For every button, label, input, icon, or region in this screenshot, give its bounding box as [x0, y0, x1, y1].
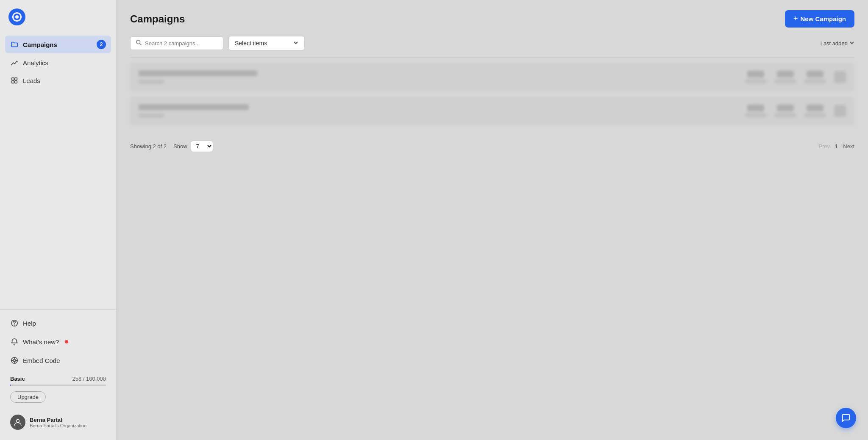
plan-progress-bar	[10, 385, 106, 386]
user-org: Berna Partal's Organization	[30, 423, 86, 428]
campaign-stat-1	[745, 105, 766, 117]
campaign-title-bar	[139, 104, 249, 110]
plan-usage: 258 / 100.000	[72, 376, 106, 382]
sidebar: Campaigns 2 Analytics Leads	[0, 0, 117, 440]
plan-name: Basic	[10, 376, 25, 382]
per-page-select[interactable]: 7 14 25 50	[191, 141, 213, 152]
campaigns-badge: 2	[97, 40, 106, 49]
campaign-list	[117, 63, 868, 130]
sidebar-item-label-leads: Leads	[23, 77, 40, 84]
toolbar: Select items Last added	[117, 36, 868, 57]
campaign-more-button[interactable]	[834, 71, 846, 83]
stat-value	[777, 105, 794, 111]
svg-rect-0	[12, 78, 14, 80]
campaign-title-block	[139, 70, 737, 84]
sidebar-item-label-campaigns: Campaigns	[23, 41, 57, 48]
campaign-more-button[interactable]	[834, 105, 846, 117]
svg-point-5	[14, 325, 15, 325]
sidebar-item-whats-new[interactable]: What's new?	[5, 333, 111, 350]
stat-value	[807, 105, 823, 111]
show-label: Show	[173, 143, 187, 149]
sidebar-item-label-analytics: Analytics	[23, 59, 48, 66]
analytics-icon	[10, 58, 19, 67]
page-control: Prev 1 Next	[818, 143, 854, 149]
folder-icon	[10, 40, 19, 49]
upgrade-button[interactable]: Upgrade	[10, 391, 46, 403]
sidebar-navigation: Campaigns 2 Analytics Leads	[0, 36, 116, 309]
whats-new-notification-dot	[65, 340, 68, 343]
embed-code-label: Embed Code	[23, 357, 60, 364]
sidebar-item-campaigns[interactable]: Campaigns 2	[5, 36, 111, 53]
stat-label	[775, 113, 796, 117]
prev-button[interactable]: Prev	[818, 143, 830, 149]
stat-value	[747, 71, 764, 77]
whats-new-label: What's new?	[23, 338, 59, 346]
leads-icon	[10, 76, 19, 85]
plan-section: Basic 258 / 100.000 Upgrade	[5, 371, 111, 408]
avatar	[10, 415, 25, 430]
stat-value	[777, 71, 794, 77]
sidebar-item-leads[interactable]: Leads	[5, 72, 111, 89]
page-title: Campaigns	[130, 13, 185, 25]
sidebar-item-embed-code[interactable]: Embed Code	[5, 352, 111, 369]
table-row[interactable]	[130, 97, 854, 125]
help-icon	[10, 319, 19, 327]
stat-label	[745, 79, 766, 83]
campaign-title-bar	[139, 70, 257, 76]
bell-icon	[10, 338, 19, 346]
stat-value	[807, 71, 823, 77]
stat-label	[745, 113, 766, 117]
show-control: Show 7 14 25 50	[173, 141, 213, 152]
svg-rect-3	[15, 81, 17, 83]
user-section: Berna Partal Berna Partal's Organization	[5, 410, 111, 435]
stat-label	[804, 113, 826, 117]
campaign-title-block	[139, 104, 737, 118]
app-logo	[8, 8, 25, 25]
svg-rect-2	[12, 81, 14, 83]
campaign-stat-3	[804, 105, 826, 117]
campaign-stat-2	[775, 105, 796, 117]
embed-icon	[10, 356, 19, 365]
campaign-stat-2	[775, 71, 796, 83]
next-button[interactable]: Next	[843, 143, 854, 149]
sort-label: Last added	[821, 40, 848, 47]
table-row[interactable]	[130, 63, 854, 91]
divider	[130, 57, 854, 58]
plan-progress-fill	[10, 385, 11, 386]
sidebar-item-help[interactable]: Help	[5, 315, 111, 332]
page-number: 1	[835, 143, 838, 149]
stat-value	[747, 105, 764, 111]
search-box[interactable]	[130, 36, 223, 50]
pagination-bar: Showing 2 of 2 Show 7 14 25 50 Prev 1 Ne…	[117, 130, 868, 162]
svg-point-12	[17, 420, 19, 423]
main-content: Campaigns + New Campaign Select items	[117, 0, 868, 440]
plus-icon: +	[793, 14, 798, 23]
select-items-dropdown[interactable]: Select items	[228, 36, 305, 50]
campaign-stat-1	[745, 71, 766, 83]
sort-chevron-icon	[849, 40, 854, 47]
select-items-label: Select items	[235, 40, 267, 47]
logo-area[interactable]	[0, 0, 116, 36]
chat-bubble-button[interactable]	[836, 408, 856, 428]
plan-header: Basic 258 / 100.000	[10, 376, 106, 382]
chevron-down-icon	[293, 40, 298, 47]
campaign-sub-bar	[139, 113, 164, 118]
search-input[interactable]	[145, 40, 218, 47]
new-campaign-label: New Campaign	[800, 15, 846, 22]
help-label: Help	[23, 320, 36, 327]
logo-ring	[12, 12, 22, 22]
showing-text: Showing 2 of 2	[130, 143, 167, 149]
stat-label	[775, 79, 796, 83]
user-info: Berna Partal Berna Partal's Organization	[30, 417, 86, 428]
user-name: Berna Partal	[30, 417, 86, 423]
campaign-sub-bar	[139, 80, 164, 84]
sort-control[interactable]: Last added	[821, 40, 854, 47]
sidebar-bottom: Help What's new?	[0, 309, 116, 440]
stat-label	[804, 79, 826, 83]
new-campaign-button[interactable]: + New Campaign	[785, 10, 854, 28]
campaign-stat-3	[804, 71, 826, 83]
svg-line-14	[140, 44, 142, 45]
search-icon	[136, 39, 142, 47]
sidebar-item-analytics[interactable]: Analytics	[5, 54, 111, 71]
svg-rect-1	[15, 78, 17, 80]
